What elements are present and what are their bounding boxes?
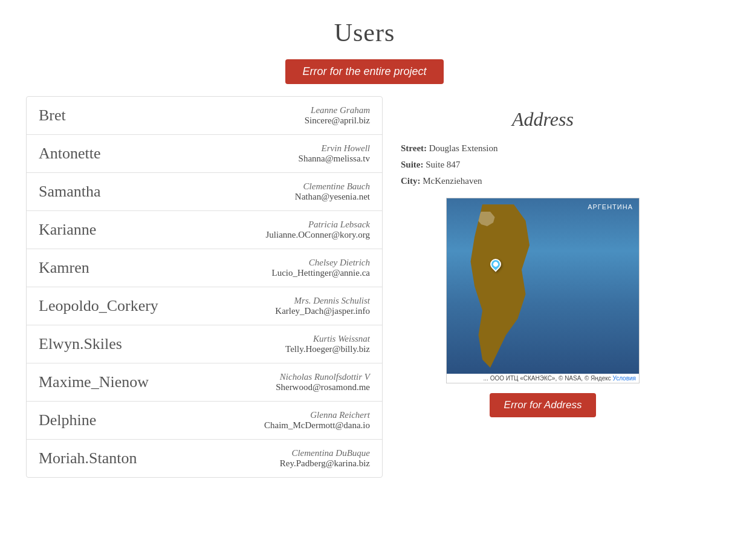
page-title: Users xyxy=(0,18,729,47)
user-right: Glenna Reichert Chaim_McDermott@dana.io xyxy=(264,410,370,431)
user-username: Moriah.Stanton xyxy=(39,449,280,467)
error-banner-wrapper: Error for the entire project xyxy=(0,59,729,84)
user-email: Lucio_Hettinger@annie.ca xyxy=(272,268,371,278)
user-username: Delphine xyxy=(39,411,264,429)
address-panel: Address Street: Douglas Extension Suite:… xyxy=(383,96,703,478)
user-full-name: Kurtis Weissnat xyxy=(285,334,370,344)
user-full-name: Mrs. Dennis Schulist xyxy=(275,296,370,306)
users-list: Bret Leanne Graham Sincere@april.biz Ant… xyxy=(26,96,383,478)
map-image: АРГЕНТИНА xyxy=(447,198,639,374)
user-row[interactable]: Delphine Glenna Reichert Chaim_McDermott… xyxy=(27,402,382,440)
main-content: Bret Leanne Graham Sincere@april.biz Ant… xyxy=(8,96,721,478)
user-right: Leanne Graham Sincere@april.biz xyxy=(305,105,370,126)
user-right: Mrs. Dennis Schulist Karley_Dach@jasper.… xyxy=(275,296,370,316)
user-email: Nathan@yesenia.net xyxy=(295,192,370,202)
address-title: Address xyxy=(401,108,685,131)
user-row[interactable]: Leopoldo_Corkery Mrs. Dennis Schulist Ka… xyxy=(27,287,382,325)
user-row[interactable]: Bret Leanne Graham Sincere@april.biz xyxy=(27,97,382,135)
error-banner-button[interactable]: Error for the entire project xyxy=(285,59,443,84)
error-address-button[interactable]: Error for Address xyxy=(490,393,597,417)
user-username: Antonette xyxy=(39,145,299,163)
city-row: City: McKenziehaven xyxy=(401,173,498,189)
user-row[interactable]: Samantha Clementine Bauch Nathan@yesenia… xyxy=(27,173,382,211)
user-email: Rey.Padberg@karina.biz xyxy=(280,458,370,469)
user-email: Sherwood@rosamond.me xyxy=(276,382,370,392)
page-header: Users xyxy=(0,0,729,59)
user-full-name: Glenna Reichert xyxy=(264,410,370,420)
user-row[interactable]: Elwyn.Skiles Kurtis Weissnat Telly.Hoege… xyxy=(27,325,382,363)
user-row[interactable]: Karianne Patricia Lebsack Julianne.OConn… xyxy=(27,211,382,249)
street-row: Street: Douglas Extension xyxy=(401,140,498,157)
user-email: Julianne.OConner@kory.org xyxy=(265,230,370,240)
user-right: Patricia Lebsack Julianne.OConner@kory.o… xyxy=(265,220,370,240)
map-attribution-link[interactable]: Условия xyxy=(612,375,636,382)
user-username: Bret xyxy=(39,106,305,125)
user-right: Kurtis Weissnat Telly.Hoeger@billy.biz xyxy=(285,334,370,354)
user-row[interactable]: Antonette Ervin Howell Shanna@melissa.tv xyxy=(27,135,382,173)
user-full-name: Leanne Graham xyxy=(305,105,370,116)
user-full-name: Patricia Lebsack xyxy=(265,220,370,230)
user-username: Kamren xyxy=(39,259,272,277)
map-attribution-text: ... ООО ИТЦ «СКАНЭКС», © NASA, © Яндекс xyxy=(484,375,613,382)
user-right: Nicholas Runolfsdottir V Sherwood@rosamo… xyxy=(276,372,370,392)
user-full-name: Ervin Howell xyxy=(299,143,370,154)
map-attribution: ... ООО ИТЦ «СКАНЭКС», © NASA, © Яндекс … xyxy=(447,374,639,383)
map-land xyxy=(459,204,537,368)
map-pin-inner xyxy=(492,261,499,267)
user-row[interactable]: Maxime_Nienow Nicholas Runolfsdottir V S… xyxy=(27,363,382,402)
user-email: Sincere@april.biz xyxy=(305,116,370,126)
user-username: Samantha xyxy=(39,183,295,201)
map-pin xyxy=(490,259,502,276)
user-right: Clementina DuBuque Rey.Padberg@karina.bi… xyxy=(280,448,370,469)
user-full-name: Chelsey Dietrich xyxy=(272,258,371,268)
street-value: Douglas Extension xyxy=(429,143,498,153)
user-full-name: Clementina DuBuque xyxy=(280,448,370,458)
user-row[interactable]: Moriah.Stanton Clementina DuBuque Rey.Pa… xyxy=(27,440,382,477)
user-email: Karley_Dach@jasper.info xyxy=(275,306,370,316)
user-email: Telly.Hoeger@billy.biz xyxy=(285,344,370,354)
map-label: АРГЕНТИНА xyxy=(588,203,633,210)
map-snow xyxy=(472,212,502,248)
city-value: McKenziehaven xyxy=(423,176,482,186)
map-pin-circle xyxy=(488,256,503,272)
suite-value: Suite 847 xyxy=(426,160,460,169)
city-label: City: xyxy=(401,176,421,186)
user-right: Clementine Bauch Nathan@yesenia.net xyxy=(295,181,370,202)
user-full-name: Clementine Bauch xyxy=(295,181,370,192)
suite-row: Suite: Suite 847 xyxy=(401,157,498,173)
map-container: АРГЕНТИНА ... ООО ИТЦ «СКАНЭКС», © NASA,… xyxy=(446,198,640,383)
address-details: Street: Douglas Extension Suite: Suite 8… xyxy=(401,140,498,189)
street-label: Street: xyxy=(401,143,427,153)
user-right: Chelsey Dietrich Lucio_Hettinger@annie.c… xyxy=(272,258,371,278)
map-background: АРГЕНТИНА xyxy=(447,198,639,374)
user-username: Maxime_Nienow xyxy=(39,373,276,391)
user-full-name: Nicholas Runolfsdottir V xyxy=(276,372,370,382)
user-right: Ervin Howell Shanna@melissa.tv xyxy=(299,143,370,164)
user-username: Leopoldo_Corkery xyxy=(39,297,275,315)
user-username: Karianne xyxy=(39,221,265,239)
user-row[interactable]: Kamren Chelsey Dietrich Lucio_Hettinger@… xyxy=(27,249,382,287)
suite-label: Suite: xyxy=(401,160,424,169)
user-email: Shanna@melissa.tv xyxy=(299,154,370,164)
user-email: Chaim_McDermott@dana.io xyxy=(264,420,370,431)
user-username: Elwyn.Skiles xyxy=(39,335,285,353)
